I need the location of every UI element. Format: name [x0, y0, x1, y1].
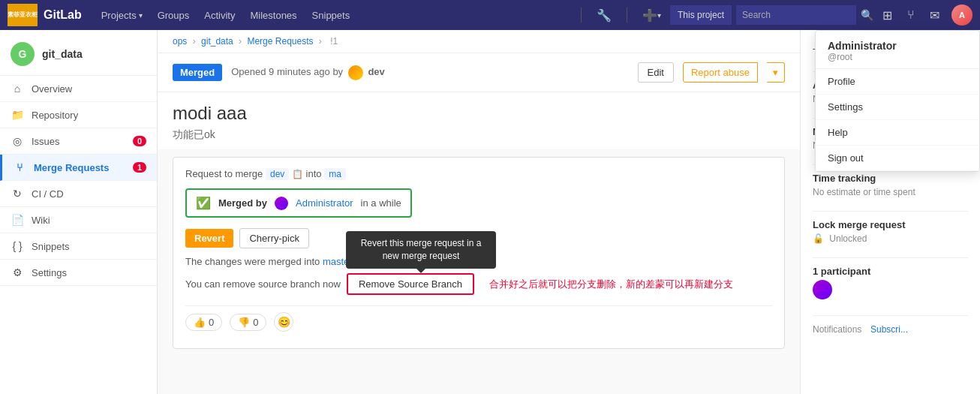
time-tracking-section: Time tracking No estimate or time spent: [813, 173, 968, 197]
tooltip-box: Revert this merge request in a new merge…: [346, 231, 496, 269]
thumbs-down-icon: 👎: [238, 317, 250, 328]
nav-projects[interactable]: Projects ▾: [94, 0, 150, 30]
breadcrumb-sep2: ›: [239, 36, 242, 47]
sidebar-item-ci-cd[interactable]: ↻ CI / CD: [0, 181, 157, 207]
dropdown-item-help[interactable]: Help: [816, 120, 979, 146]
sidebar-item-snippets[interactable]: { } Snippets: [0, 233, 157, 260]
snippets-icon: { }: [11, 240, 24, 252]
participants-list: [813, 280, 968, 302]
merged-time: in a while: [361, 197, 401, 209]
sidebar-user: G git_data: [0, 30, 157, 76]
check-icon: ✅: [196, 196, 211, 210]
issues-icon: ◎: [11, 135, 24, 147]
panel-divider5: [813, 257, 968, 258]
cherry-pick-button[interactable]: Cherry-pick: [239, 228, 308, 248]
breadcrumb-git-data[interactable]: git_data: [201, 36, 233, 47]
remove-source-text: You can remove source branch now: [185, 278, 341, 290]
notifications-section: Notifications Subscri...: [813, 323, 968, 335]
breadcrumb: ops › git_data › Merge Requests › !1: [158, 30, 800, 53]
sidebar-item-repository[interactable]: 📁 Repository: [0, 102, 157, 128]
search-scope-button[interactable]: This project: [670, 5, 732, 25]
search-input[interactable]: [736, 5, 856, 25]
target-branch[interactable]: ma: [324, 168, 346, 180]
remove-source-button[interactable]: Remove Source Branch: [347, 273, 474, 295]
top-nav: 素菲亚衣柜 GitLab Projects ▾ Groups Activity …: [0, 0, 980, 30]
dropdown-user-handle: @root: [828, 52, 967, 62]
search-icon[interactable]: 🔍: [861, 9, 873, 21]
breadcrumb-sep3: ›: [319, 36, 322, 47]
wrench-icon[interactable]: 🔧: [591, 0, 618, 30]
layout-icon[interactable]: ⊞: [876, 0, 898, 30]
dropdown-item-signout[interactable]: Sign out: [816, 146, 979, 171]
participants-label: 1 participant: [813, 266, 968, 277]
source-branch[interactable]: dev: [266, 168, 289, 180]
revert-button[interactable]: Revert: [185, 229, 233, 248]
folder-icon: 📁: [11, 109, 24, 121]
thumbs-down-button[interactable]: 👎 0: [230, 314, 266, 331]
sidebar-item-issues[interactable]: ◎ Issues 0: [0, 128, 157, 155]
nav-links: Projects ▾ Groups Activity Milestones Sn…: [94, 0, 572, 30]
report-abuse-chevron[interactable]: ▾: [767, 62, 785, 83]
nav-groups[interactable]: Groups: [150, 0, 197, 30]
dropdown-overlay: Administrator @root Profile Settings Hel…: [815, 30, 980, 172]
sidebar-item-merge-requests[interactable]: ⑂ Merge Requests 1: [0, 155, 157, 181]
sidebar-item-label: Settings: [32, 267, 146, 278]
mr-description: 功能已ok: [173, 128, 785, 142]
thumbs-up-count: 0: [209, 317, 214, 328]
mr-body: Revert this merge request in a new merge…: [158, 149, 800, 356]
sidebar-item-label: Issues: [32, 136, 125, 147]
add-icon[interactable]: ➕ ▾: [636, 0, 667, 30]
panel-divider4: [813, 211, 968, 212]
nav-divider2: [627, 8, 627, 23]
panel-divider6: [813, 315, 968, 316]
dropdown-item-settings[interactable]: Settings: [816, 95, 979, 120]
sidebar: G git_data ⌂ Overview 📁 Repository ◎ Iss…: [0, 30, 158, 394]
admin-link[interactable]: Administrator: [296, 197, 353, 209]
thumbs-up-icon: 👍: [194, 317, 206, 328]
nav-activity[interactable]: Activity: [197, 0, 242, 30]
admin-avatar: [275, 197, 288, 210]
sidebar-item-wiki[interactable]: 📄 Wiki: [0, 207, 157, 233]
add-reaction-button[interactable]: 😊: [274, 312, 293, 332]
thumbs-down-count: 0: [253, 317, 258, 328]
mr-title-section: modi aaa 功能已ok: [158, 92, 800, 149]
dropdown-item-profile[interactable]: Profile: [816, 69, 979, 95]
breadcrumb-ops[interactable]: ops: [173, 36, 187, 47]
sidebar-item-label: Merge Requests: [34, 162, 125, 173]
sidebar-item-overview[interactable]: ⌂ Overview: [0, 76, 157, 102]
lock-icon: 🔓: [813, 233, 824, 244]
nav-milestones[interactable]: Milestones: [242, 0, 304, 30]
breadcrumb-merge-requests[interactable]: Merge Requests: [247, 36, 313, 47]
issues-icon[interactable]: ✉: [924, 0, 945, 30]
mr-merge-box: Revert this merge request in a new merge…: [173, 157, 785, 349]
nav-snippets[interactable]: Snippets: [305, 0, 358, 30]
gitlab-label[interactable]: GitLab: [44, 8, 82, 22]
copy-icon[interactable]: 📋: [292, 169, 303, 179]
sidebar-item-settings[interactable]: ⚙ Settings: [0, 260, 157, 286]
subscribe-label[interactable]: Subscri...: [870, 324, 908, 335]
wiki-icon: 📄: [11, 214, 24, 226]
nav-divider: [581, 8, 582, 23]
merge-requests-badge: 1: [133, 162, 146, 173]
logo-box[interactable]: 素菲亚衣柜: [8, 4, 38, 26]
issues-badge: 0: [133, 136, 146, 146]
mr-title: modi aaa: [173, 103, 785, 124]
author-avatar: [348, 65, 363, 80]
mr-meta: Opened 9 minutes ago by dev: [231, 65, 628, 80]
merged-by-row: ✅ Merged by Administrator in a while: [185, 188, 412, 218]
breadcrumb-mr-id: !1: [330, 36, 338, 47]
report-abuse-button[interactable]: Report abuse: [683, 62, 758, 83]
chevron-down-icon: ▾: [657, 11, 661, 20]
lock-section: Lock merge request 🔓 Unlocked: [813, 219, 968, 244]
search-area: This project 🔍: [670, 5, 873, 25]
merged-by-label: Merged by: [218, 197, 267, 209]
merge-icon[interactable]: ⑂: [901, 0, 921, 30]
thumbs-up-button[interactable]: 👍 0: [185, 314, 222, 331]
participants-section: 1 participant: [813, 266, 968, 302]
time-tracking-label: Time tracking: [813, 173, 968, 184]
edit-button[interactable]: Edit: [638, 62, 674, 83]
time-tracking-value: No estimate or time spent: [813, 187, 968, 197]
logo-text: 素菲亚衣柜: [8, 12, 38, 19]
avatar[interactable]: A: [951, 5, 972, 26]
notifications-label: Notifications: [813, 324, 861, 335]
